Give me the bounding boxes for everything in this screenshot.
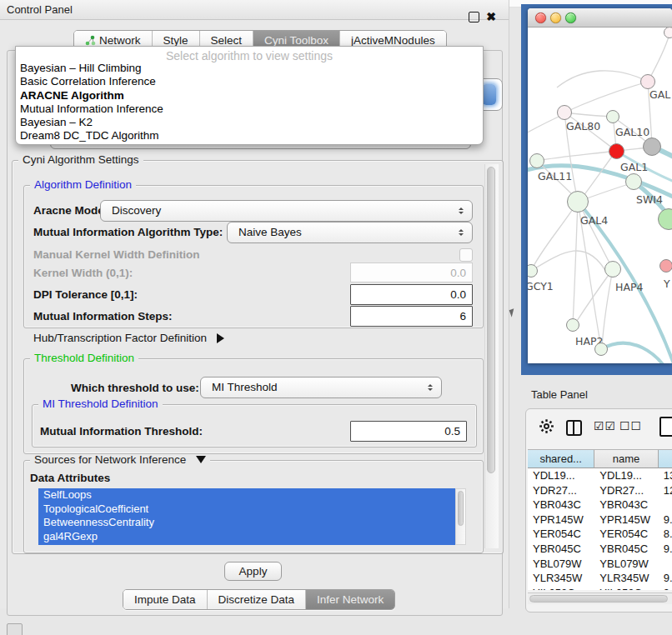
manual-kernel-checkbox[interactable] xyxy=(459,248,473,262)
dropdown-item-basic-correlation[interactable]: Basic Correlation Inference xyxy=(16,75,483,88)
select-all-checkboxes-icon[interactable]: ☑☑ xyxy=(594,419,616,432)
table-horizontal-scrollbar[interactable] xyxy=(528,592,672,604)
dropdown-item-aracne[interactable]: ARACNE Algorithm xyxy=(16,89,483,102)
network-node-gal4[interactable] xyxy=(567,191,589,212)
table-body: YDL19...YDL19...13YDR27...YDR27...12YBR0… xyxy=(528,468,672,590)
network-node-gal11[interactable] xyxy=(529,153,544,168)
table-cell: YER054C xyxy=(594,527,658,542)
expanded-arrow-icon xyxy=(196,456,206,468)
tab-impute-data[interactable]: Impute Data xyxy=(123,590,207,609)
zoom-window-icon[interactable] xyxy=(565,12,576,23)
dropdown-item-bayesian-k2[interactable]: Bayesian – K2 xyxy=(16,116,483,129)
network-window-titlebar[interactable] xyxy=(528,8,672,28)
settings-scrollbar-thumb[interactable] xyxy=(487,167,495,473)
column-header-clipped[interactable] xyxy=(659,450,672,468)
network-node-gal80[interactable] xyxy=(557,105,572,120)
close-icon[interactable]: ✖ xyxy=(484,8,498,26)
mi-type-combobox[interactable]: Naive Bayes xyxy=(227,222,473,243)
table-hscroll-thumb[interactable] xyxy=(529,595,668,602)
tab-discretize-data[interactable]: Discretize Data xyxy=(207,590,306,609)
minimize-window-icon[interactable] xyxy=(550,12,561,23)
node-label: SWI4 xyxy=(636,193,663,206)
mi-type-label: Mutual Information Algorithm Type: xyxy=(33,227,223,238)
network-node-gal10[interactable] xyxy=(606,110,619,123)
sources-group-title[interactable]: Sources for Network Inference xyxy=(30,454,210,468)
hub-definition-toggle[interactable]: Hub/Transcription Factor Definition xyxy=(33,332,229,344)
network-window: GALGAL80GAL10GAL1GAL11SWI4GAL4GCY1HAP4YH… xyxy=(528,8,672,363)
network-node[interactable] xyxy=(664,28,672,38)
close-window-icon[interactable] xyxy=(535,12,546,23)
aracne-mode-value: Discovery xyxy=(101,204,161,217)
network-view-frame: GALGAL80GAL10GAL1GAL11SWI4GAL4GCY1HAP4YH… xyxy=(521,4,672,375)
manual-kernel-label: Manual Kernel Width Definition xyxy=(33,249,199,261)
table-row[interactable]: YBL079WYBL079W xyxy=(528,557,672,572)
kernel-width-field[interactable] xyxy=(350,262,473,282)
mi-threshold-field[interactable] xyxy=(350,421,467,442)
attributes-scrollbar-thumb[interactable] xyxy=(458,491,464,526)
column-header-shared-name[interactable]: shared... xyxy=(528,450,594,468)
dropdown-item-dream8[interactable]: Dream8 DC_TDC Algorithm xyxy=(16,129,483,142)
network-node-swi4[interactable] xyxy=(625,173,642,190)
mi-steps-field[interactable] xyxy=(350,306,473,327)
network-node-y[interactable] xyxy=(659,259,672,272)
dpi-tolerance-field[interactable] xyxy=(350,284,473,305)
network-node[interactable] xyxy=(594,342,608,356)
dropdown-item-mutual-information[interactable]: Mutual Information Inference xyxy=(16,102,483,116)
aracne-mode-combobox[interactable]: Discovery xyxy=(100,200,473,222)
attribute-item-gal4rgexp[interactable]: gal4RGexp xyxy=(38,530,455,544)
hub-definition-label: Hub/Transcription Factor Definition xyxy=(33,332,207,344)
settings-scrollbar[interactable] xyxy=(484,164,499,548)
dropdown-placeholder: Select algorithm to view settings xyxy=(16,47,483,62)
network-node-gal[interactable] xyxy=(640,74,655,89)
combo-stepper-icon xyxy=(428,382,434,395)
column-header-name[interactable]: name xyxy=(594,450,658,468)
network-node-hap2[interactable] xyxy=(566,318,579,332)
deselect-all-checkboxes-icon[interactable]: ☐☐ xyxy=(619,419,642,432)
network-icon xyxy=(85,35,96,46)
table-cell: 9. xyxy=(659,586,672,590)
table-row[interactable]: YDL19...YDL19...13 xyxy=(528,468,672,483)
table-cell: YER054C xyxy=(528,527,594,542)
mi-threshold-group-title: MI Threshold Definition xyxy=(38,398,163,410)
table-cell: YLR345W xyxy=(528,571,594,586)
node-label: GAL xyxy=(649,88,670,101)
table-row[interactable]: YLR345WYLR345W9. xyxy=(528,571,672,586)
network-node-hap4[interactable] xyxy=(604,261,621,278)
table-cell: 8. xyxy=(659,527,672,542)
node-label: GAL1 xyxy=(620,161,648,173)
node-label: GCY1 xyxy=(528,280,554,292)
columns-icon[interactable] xyxy=(566,420,582,436)
table-row[interactable]: YPR145WYPR145W9. xyxy=(528,512,672,528)
table-row[interactable]: YER054CYER054C8. xyxy=(528,527,672,542)
table-panel: ☑☑ ☐☐ shared... name YDL19...YDL19...13Y… xyxy=(525,408,672,612)
attribute-item-selfloops[interactable]: SelfLoops xyxy=(38,488,455,502)
float-window-icon[interactable] xyxy=(469,12,479,22)
tab-infer-network[interactable]: Infer Network xyxy=(305,590,394,609)
network-node-gal1[interactable] xyxy=(609,143,624,159)
table-row[interactable]: YDR27...YDR27...12 xyxy=(528,483,672,498)
dropdown-item-bayesian-hill-climbing[interactable]: Bayesian – Hill Climbing xyxy=(16,62,483,75)
document-icon[interactable] xyxy=(659,417,672,437)
network-canvas[interactable]: GALGAL80GAL10GAL1GAL11SWI4GAL4GCY1HAP4YH… xyxy=(528,28,672,363)
table-row[interactable]: YIL052CYIL052C9. xyxy=(528,586,672,590)
threshold-definition-title: Threshold Definition xyxy=(30,352,138,364)
data-attributes-label: Data Attributes xyxy=(30,472,110,484)
gear-icon[interactable] xyxy=(539,418,554,434)
attributes-list-scrollbar[interactable] xyxy=(455,488,466,545)
apply-button[interactable]: Apply xyxy=(224,562,282,581)
table-cell: 13 xyxy=(659,468,672,483)
network-node[interactable] xyxy=(643,138,661,156)
attribute-item-topologicalcoefficient[interactable]: TopologicalCoefficient xyxy=(38,502,455,517)
sources-title-label: Sources for Network Inference xyxy=(34,453,186,466)
attribute-item-betweennesscentrality[interactable]: BetweennessCentrality xyxy=(38,516,455,530)
table-cell: 9. xyxy=(659,542,672,557)
data-attributes-list[interactable]: SelfLoopsTopologicalCoefficientBetweenne… xyxy=(38,488,455,545)
table-cell: YIL052C xyxy=(528,586,594,590)
minimized-panel-icon[interactable] xyxy=(7,623,23,635)
node-table: shared... name YDL19...YDL19...13YDR27..… xyxy=(528,449,672,590)
table-row[interactable]: YBR045CYBR045C9. xyxy=(528,542,672,557)
which-threshold-combobox[interactable]: MI Threshold xyxy=(200,377,442,398)
table-row[interactable]: YBR043CYBR043C xyxy=(528,498,672,512)
combo-stepper-icon xyxy=(459,227,465,240)
node-label: Y xyxy=(664,278,670,290)
